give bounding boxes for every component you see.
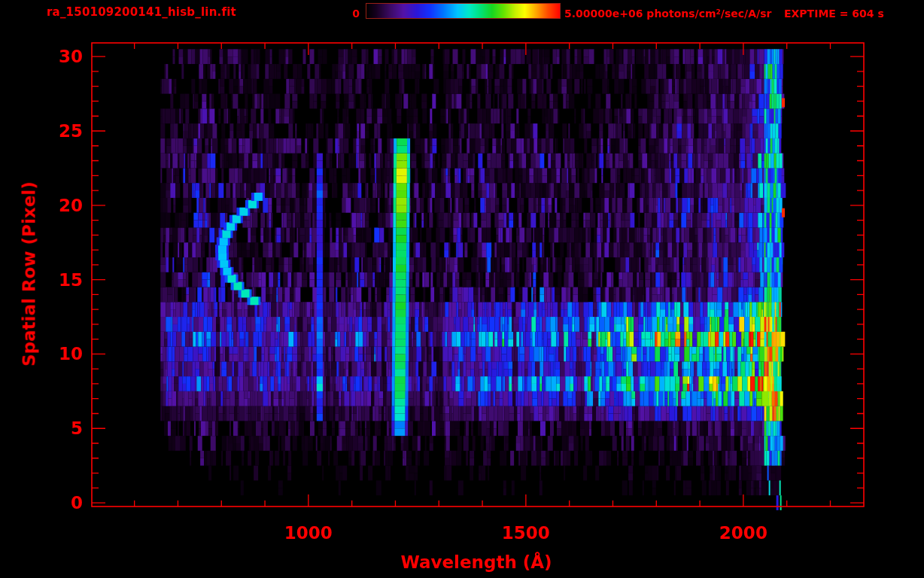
y-tick-label: 10 bbox=[23, 345, 83, 363]
x-axis-label: Wavelength (Å) bbox=[400, 554, 552, 571]
y-tick-label: 25 bbox=[23, 123, 83, 140]
x-tick-label: 2000 bbox=[719, 525, 767, 542]
y-tick-label: 30 bbox=[23, 48, 83, 65]
colorbar-min-label: 0 bbox=[337, 8, 360, 19]
x-tick-label: 1000 bbox=[284, 525, 333, 542]
plot-window: ra_150109200141_hisb_lin.fit 0 5.00000e+… bbox=[0, 0, 924, 578]
colorbar-max-label: 5.00000e+06 photons/cm2/sec/A/sr bbox=[564, 8, 771, 19]
colorbar-units-suffix: /sec/A/sr bbox=[721, 8, 772, 20]
colorbar-max-value: 5.00000e+06 bbox=[564, 8, 643, 20]
y-tick-label: 0 bbox=[23, 494, 83, 512]
exptime-label: EXPTIME = 604 s bbox=[784, 8, 884, 19]
y-tick-label: 5 bbox=[23, 420, 83, 437]
colorbar-units-prefix: photons/cm bbox=[643, 8, 716, 20]
spectrogram-canvas bbox=[0, 0, 924, 578]
x-tick-label: 1500 bbox=[502, 525, 550, 542]
plot-title: ra_150109200141_hisb_lin.fit bbox=[47, 7, 236, 18]
y-tick-label: 15 bbox=[23, 272, 83, 289]
y-tick-label: 20 bbox=[23, 197, 83, 214]
